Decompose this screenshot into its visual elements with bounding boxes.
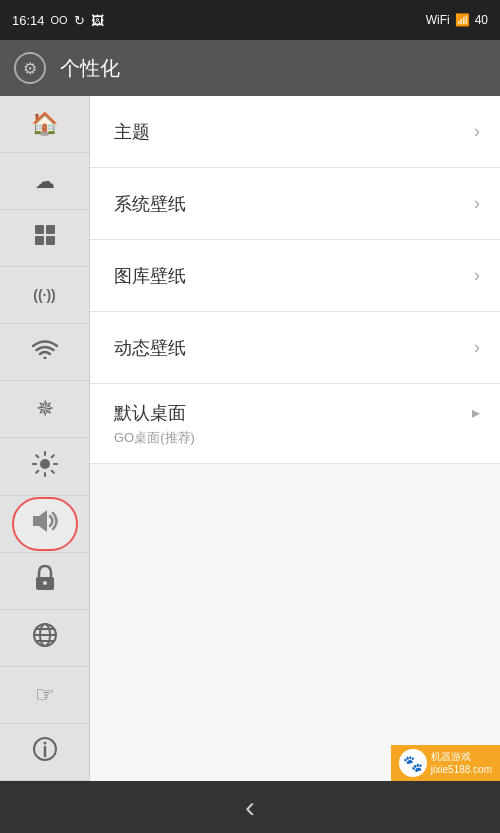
info-icon [32,736,58,768]
status-bar: 16:14 OO ↻ 🖼 WiFi 📶 40 [0,0,500,40]
system-wallpaper-chevron: › [474,193,480,214]
svg-rect-3 [46,236,55,245]
main-layout: 🏠 ☁ ((·)) [0,96,500,781]
settings-icon: ⚙ [14,52,46,84]
sidebar-item-cloud[interactable]: ☁ [0,153,89,210]
signal-icon: ((·)) [33,287,56,303]
grid-icon [33,223,57,253]
sidebar-item-brightness[interactable] [0,438,89,495]
default-desktop-label: 默认桌面 [114,401,186,425]
watermark: 🐾 机器游戏 jixie5188.com [391,745,500,781]
volume-icon [31,508,59,540]
system-wallpaper-label: 系统壁纸 [114,192,186,216]
watermark-name: 机器游戏 [431,750,492,763]
page-title: 个性化 [60,55,120,82]
menu-item-theme[interactable]: 主题 › [90,96,500,168]
bottom-nav: ‹ [0,781,500,833]
sidebar: 🏠 ☁ ((·)) [0,96,90,781]
menu-item-live-wallpaper[interactable]: 动态壁纸 › [90,312,500,384]
svg-rect-1 [46,225,55,234]
sidebar-item-wifi[interactable] [0,324,89,381]
location-lock-icon [32,564,58,598]
sidebar-item-location[interactable] [0,553,89,610]
cloud-icon: ☁ [35,169,55,193]
wifi-icon [32,339,58,365]
sidebar-item-gesture[interactable]: ☞ [0,667,89,724]
live-wallpaper-label: 动态壁纸 [114,336,186,360]
svg-marker-14 [33,510,47,532]
sidebar-item-volume[interactable] [0,496,89,553]
default-desktop-top: 默认桌面 ▸ [114,401,480,425]
status-left: 16:14 OO ↻ 🖼 [12,13,104,28]
signal-icon: 📶 [455,13,470,27]
sidebar-item-info[interactable] [0,724,89,781]
sidebar-item-home[interactable]: 🏠 [0,96,89,153]
brightness-icon [32,451,58,483]
sidebar-item-language[interactable] [0,610,89,667]
watermark-text: 机器游戏 jixie5188.com [431,750,492,776]
gesture-icon: ☞ [35,682,55,708]
gallery-wallpaper-label: 图库壁纸 [114,264,186,288]
image-icon: 🖼 [91,13,104,28]
svg-rect-2 [35,236,44,245]
svg-point-16 [43,581,47,585]
sidebar-item-signal[interactable]: ((·)) [0,267,89,324]
svg-point-5 [40,459,50,469]
home-icon: 🏠 [31,111,58,137]
svg-point-24 [43,741,46,744]
svg-line-11 [51,470,53,472]
content-area: 主题 › 系统壁纸 › 图库壁纸 › 动态壁纸 › 默认桌面 ▸ GO桌面(推荐… [90,96,500,781]
time-display: 16:14 [12,13,45,28]
menu-item-default-desktop[interactable]: 默认桌面 ▸ GO桌面(推荐) [90,384,500,464]
svg-line-13 [36,470,38,472]
svg-rect-0 [35,225,44,234]
header-bar: ⚙ 个性化 [0,40,500,96]
watermark-logo: 🐾 [399,749,427,777]
sidebar-item-bluetooth[interactable]: ✵ [0,381,89,438]
language-icon [32,622,58,654]
sim-icon: OO [51,14,68,26]
menu-item-system-wallpaper[interactable]: 系统壁纸 › [90,168,500,240]
live-wallpaper-chevron: › [474,337,480,358]
back-button[interactable]: ‹ [245,790,255,824]
sidebar-item-grid[interactable] [0,210,89,267]
status-right: WiFi 📶 40 [426,13,488,27]
sync-icon: ↻ [74,13,85,28]
theme-label: 主题 [114,120,150,144]
default-desktop-arrow: ▸ [472,403,480,422]
svg-line-10 [36,455,38,457]
watermark-site: jixie5188.com [431,763,492,776]
default-desktop-sublabel: GO桌面(推荐) [114,429,195,447]
theme-chevron: › [474,121,480,142]
wifi-icon: WiFi [426,13,450,27]
menu-item-gallery-wallpaper[interactable]: 图库壁纸 › [90,240,500,312]
battery-display: 40 [475,13,488,27]
bluetooth-icon: ✵ [36,396,54,422]
gallery-wallpaper-chevron: › [474,265,480,286]
svg-point-4 [43,357,46,360]
svg-line-12 [51,455,53,457]
